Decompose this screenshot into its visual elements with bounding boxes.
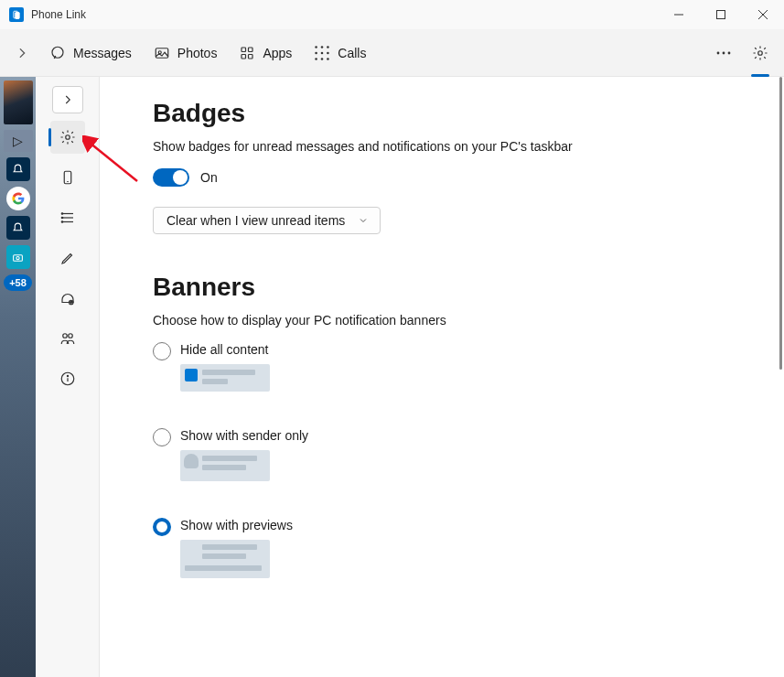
svg-rect-11	[242, 54, 246, 59]
svg-point-17	[321, 51, 324, 54]
svg-rect-10	[249, 48, 253, 52]
tab-apps[interactable]: Apps	[228, 29, 303, 77]
tab-label: Apps	[263, 46, 292, 60]
svg-point-34	[61, 213, 63, 215]
settings-content: Badges Show badges for unread messages a…	[100, 77, 784, 677]
svg-point-15	[327, 46, 329, 48]
banner-option-previews[interactable]: Show with previews	[153, 518, 747, 578]
window-controls	[658, 0, 784, 29]
sidebar-item-devices[interactable]	[50, 161, 85, 194]
section-heading-badges: Badges	[153, 99, 747, 128]
sidebar-item-features[interactable]	[50, 201, 85, 234]
svg-point-19	[316, 58, 318, 60]
chevron-down-icon	[358, 215, 369, 226]
svg-rect-26	[14, 254, 23, 261]
sidebar-item-about[interactable]	[50, 362, 85, 395]
tab-label: Photos	[177, 46, 218, 60]
tab-messages[interactable]: Messages	[38, 29, 143, 77]
tab-calls[interactable]: Calls	[303, 29, 377, 77]
tab-label: Calls	[338, 46, 366, 60]
back-button[interactable]	[5, 37, 38, 70]
sidebar-item-personalize[interactable]	[50, 242, 85, 274]
settings-sidebar: ?	[36, 77, 100, 677]
dropdown-value: Clear when I view unread items	[166, 213, 345, 228]
banner-preview-icon	[180, 540, 270, 578]
svg-point-43	[67, 375, 68, 376]
close-button[interactable]	[742, 0, 784, 29]
svg-point-16	[316, 51, 318, 54]
app-icon	[9, 7, 24, 22]
svg-point-40	[68, 334, 72, 338]
more-button[interactable]	[705, 35, 742, 71]
svg-point-6	[52, 47, 63, 58]
svg-point-35	[61, 217, 63, 219]
badges-toggle-label: On	[200, 170, 218, 185]
svg-rect-1	[16, 13, 19, 19]
tab-label: Messages	[73, 46, 132, 60]
svg-point-14	[321, 46, 324, 48]
badges-toggle[interactable]	[153, 168, 189, 187]
svg-point-36	[61, 221, 63, 223]
svg-rect-3	[717, 11, 725, 19]
svg-point-23	[723, 51, 725, 54]
radio-label: Hide all content	[180, 342, 270, 357]
play-icon: ▷	[4, 130, 33, 152]
radio-icon	[153, 428, 171, 446]
radio-label: Show with previews	[180, 518, 293, 532]
bell-icon	[6, 216, 30, 240]
thumbnail-icon	[4, 81, 33, 124]
tab-photos[interactable]: Photos	[143, 29, 229, 77]
desktop-strip: ▷ +58	[0, 77, 36, 677]
section-heading-banners: Banners	[153, 273, 747, 302]
radio-label: Show with sender only	[180, 428, 308, 443]
banner-option-sender-only[interactable]: Show with sender only	[153, 428, 747, 481]
svg-point-13	[316, 46, 318, 48]
bell-icon	[6, 157, 30, 181]
scrollbar[interactable]	[779, 77, 782, 370]
clear-badges-dropdown[interactable]: Clear when I view unread items	[153, 207, 381, 234]
expand-sidebar-button[interactable]	[52, 86, 83, 113]
banner-preview-icon	[180, 364, 270, 392]
sidebar-item-troubleshoot[interactable]: ?	[50, 282, 85, 315]
banner-preview-icon	[180, 450, 270, 481]
maximize-button[interactable]	[700, 0, 742, 29]
radio-icon	[153, 342, 171, 360]
count-badge: +58	[4, 274, 32, 291]
titlebar: Phone Link	[0, 0, 784, 29]
top-nav: Messages Photos Apps Calls	[0, 29, 784, 77]
minimize-button[interactable]	[658, 0, 700, 29]
sidebar-item-feedback[interactable]	[50, 322, 85, 355]
google-icon	[6, 187, 30, 210]
app-title: Phone Link	[31, 8, 86, 21]
banners-description: Choose how to display your PC notificati…	[153, 313, 747, 328]
svg-point-24	[728, 51, 731, 54]
camera-icon	[6, 245, 30, 269]
svg-point-21	[327, 58, 329, 60]
svg-rect-9	[242, 48, 246, 52]
svg-point-18	[327, 51, 329, 54]
svg-point-20	[321, 58, 324, 60]
banner-option-hide-all[interactable]: Hide all content	[153, 342, 747, 392]
settings-button[interactable]	[742, 35, 779, 71]
svg-point-25	[758, 50, 763, 55]
svg-point-22	[717, 51, 720, 54]
svg-text:?: ?	[70, 301, 71, 305]
svg-point-28	[65, 135, 70, 140]
svg-rect-12	[249, 54, 253, 59]
radio-icon	[153, 518, 171, 536]
svg-point-39	[62, 334, 67, 338]
svg-point-27	[16, 256, 19, 259]
badges-description: Show badges for unread messages and noti…	[153, 139, 747, 154]
sidebar-item-general[interactable]	[50, 121, 85, 154]
